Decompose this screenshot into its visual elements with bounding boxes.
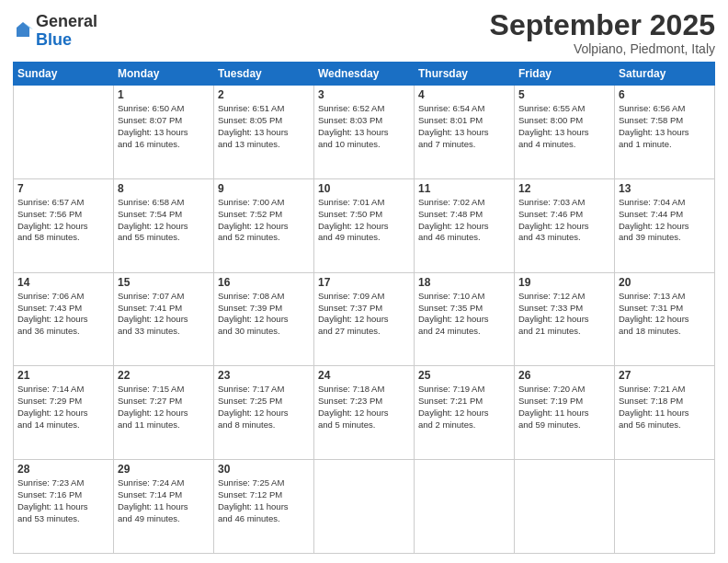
cell-details: Sunrise: 7:12 AMSunset: 7:33 PMDaylight:…	[518, 291, 610, 338]
cell-details: Sunrise: 7:03 AMSunset: 7:46 PMDaylight:…	[518, 197, 610, 244]
cell-details: Sunrise: 7:17 AMSunset: 7:25 PMDaylight:…	[218, 384, 310, 431]
calendar-cell: 27Sunrise: 7:21 AMSunset: 7:18 PMDayligh…	[615, 366, 715, 460]
calendar-week-row: 28Sunrise: 7:23 AMSunset: 7:16 PMDayligh…	[14, 460, 715, 554]
day-number: 1	[118, 88, 210, 101]
day-number: 19	[518, 276, 610, 289]
weekday-header-thursday: Thursday	[415, 63, 515, 86]
calendar-cell: 20Sunrise: 7:13 AMSunset: 7:31 PMDayligh…	[615, 272, 715, 366]
cell-details: Sunrise: 7:19 AMSunset: 7:21 PMDaylight:…	[418, 384, 510, 431]
calendar-cell	[14, 86, 114, 179]
calendar-cell: 26Sunrise: 7:20 AMSunset: 7:19 PMDayligh…	[515, 366, 615, 460]
title-block: September 2025 Volpiano, Piedmont, Italy	[490, 9, 715, 56]
cell-details: Sunrise: 7:02 AMSunset: 7:48 PMDaylight:…	[418, 197, 510, 244]
weekday-header-tuesday: Tuesday	[214, 63, 314, 86]
day-number: 14	[17, 276, 109, 289]
day-number: 29	[118, 463, 210, 476]
cell-details: Sunrise: 6:50 AMSunset: 8:07 PMDaylight:…	[118, 103, 210, 150]
day-number: 22	[118, 369, 210, 382]
calendar-cell: 15Sunrise: 7:07 AMSunset: 7:41 PMDayligh…	[114, 272, 214, 366]
cell-details: Sunrise: 7:07 AMSunset: 7:41 PMDaylight:…	[118, 291, 210, 338]
calendar-week-row: 7Sunrise: 6:57 AMSunset: 7:56 PMDaylight…	[14, 178, 715, 272]
location-subtitle: Volpiano, Piedmont, Italy	[490, 41, 715, 56]
calendar-cell: 5Sunrise: 6:55 AMSunset: 8:00 PMDaylight…	[515, 86, 615, 179]
calendar-cell: 7Sunrise: 6:57 AMSunset: 7:56 PMDaylight…	[14, 178, 114, 272]
day-number: 7	[17, 182, 109, 195]
cell-details: Sunrise: 6:58 AMSunset: 7:54 PMDaylight:…	[118, 197, 210, 244]
cell-details: Sunrise: 6:55 AMSunset: 8:00 PMDaylight:…	[518, 103, 610, 150]
logo-icon	[13, 20, 33, 40]
logo-text: General Blue	[36, 13, 97, 50]
calendar-cell: 3Sunrise: 6:52 AMSunset: 8:03 PMDaylight…	[314, 86, 415, 179]
cell-details: Sunrise: 7:08 AMSunset: 7:39 PMDaylight:…	[218, 291, 310, 338]
calendar-cell: 30Sunrise: 7:25 AMSunset: 7:12 PMDayligh…	[214, 460, 314, 554]
cell-details: Sunrise: 6:56 AMSunset: 7:58 PMDaylight:…	[619, 103, 711, 150]
calendar-cell: 12Sunrise: 7:03 AMSunset: 7:46 PMDayligh…	[515, 178, 615, 272]
calendar-cell: 10Sunrise: 7:01 AMSunset: 7:50 PMDayligh…	[314, 178, 415, 272]
day-number: 11	[418, 182, 510, 195]
day-number: 5	[518, 88, 610, 101]
calendar-cell: 13Sunrise: 7:04 AMSunset: 7:44 PMDayligh…	[615, 178, 715, 272]
day-number: 6	[619, 88, 711, 101]
day-number: 4	[418, 88, 510, 101]
calendar-cell: 29Sunrise: 7:24 AMSunset: 7:14 PMDayligh…	[114, 460, 214, 554]
cell-details: Sunrise: 7:09 AMSunset: 7:37 PMDaylight:…	[318, 291, 410, 338]
calendar-cell: 6Sunrise: 6:56 AMSunset: 7:58 PMDaylight…	[615, 86, 715, 179]
day-number: 9	[218, 182, 310, 195]
cell-details: Sunrise: 7:25 AMSunset: 7:12 PMDaylight:…	[218, 477, 310, 524]
calendar-cell: 17Sunrise: 7:09 AMSunset: 7:37 PMDayligh…	[314, 272, 415, 366]
day-number: 27	[619, 369, 711, 382]
calendar-cell: 9Sunrise: 7:00 AMSunset: 7:52 PMDaylight…	[214, 178, 314, 272]
cell-details: Sunrise: 7:18 AMSunset: 7:23 PMDaylight:…	[318, 384, 410, 431]
calendar-cell: 19Sunrise: 7:12 AMSunset: 7:33 PMDayligh…	[515, 272, 615, 366]
day-number: 18	[418, 276, 510, 289]
day-number: 20	[619, 276, 711, 289]
day-number: 13	[619, 182, 711, 195]
calendar-table: SundayMondayTuesdayWednesdayThursdayFrid…	[13, 62, 715, 554]
calendar-cell: 1Sunrise: 6:50 AMSunset: 8:07 PMDaylight…	[114, 86, 214, 179]
cell-details: Sunrise: 6:54 AMSunset: 8:01 PMDaylight:…	[418, 103, 510, 150]
day-number: 16	[218, 276, 310, 289]
calendar-cell: 22Sunrise: 7:15 AMSunset: 7:27 PMDayligh…	[114, 366, 214, 460]
calendar-cell: 4Sunrise: 6:54 AMSunset: 8:01 PMDaylight…	[415, 86, 515, 179]
cell-details: Sunrise: 7:20 AMSunset: 7:19 PMDaylight:…	[518, 384, 610, 431]
calendar-week-row: 21Sunrise: 7:14 AMSunset: 7:29 PMDayligh…	[14, 366, 715, 460]
cell-details: Sunrise: 6:52 AMSunset: 8:03 PMDaylight:…	[318, 103, 410, 150]
calendar-cell: 28Sunrise: 7:23 AMSunset: 7:16 PMDayligh…	[14, 460, 114, 554]
cell-details: Sunrise: 7:23 AMSunset: 7:16 PMDaylight:…	[17, 477, 109, 524]
cell-details: Sunrise: 6:51 AMSunset: 8:05 PMDaylight:…	[218, 103, 310, 150]
calendar-cell	[615, 460, 715, 554]
day-number: 23	[218, 369, 310, 382]
logo-general-text: General	[36, 13, 97, 31]
calendar-cell: 24Sunrise: 7:18 AMSunset: 7:23 PMDayligh…	[314, 366, 415, 460]
weekday-header-sunday: Sunday	[14, 63, 114, 86]
day-number: 17	[318, 276, 410, 289]
day-number: 28	[17, 463, 109, 476]
cell-details: Sunrise: 7:15 AMSunset: 7:27 PMDaylight:…	[118, 384, 210, 431]
cell-details: Sunrise: 7:10 AMSunset: 7:35 PMDaylight:…	[418, 291, 510, 338]
calendar-cell	[515, 460, 615, 554]
calendar-cell: 14Sunrise: 7:06 AMSunset: 7:43 PMDayligh…	[14, 272, 114, 366]
month-title: September 2025	[490, 9, 715, 41]
cell-details: Sunrise: 7:04 AMSunset: 7:44 PMDaylight:…	[619, 197, 711, 244]
header: General Blue September 2025 Volpiano, Pi…	[13, 9, 715, 56]
calendar-cell: 18Sunrise: 7:10 AMSunset: 7:35 PMDayligh…	[415, 272, 515, 366]
cell-details: Sunrise: 6:57 AMSunset: 7:56 PMDaylight:…	[17, 197, 109, 244]
day-number: 30	[218, 463, 310, 476]
cell-details: Sunrise: 7:01 AMSunset: 7:50 PMDaylight:…	[318, 197, 410, 244]
cell-details: Sunrise: 7:06 AMSunset: 7:43 PMDaylight:…	[17, 291, 109, 338]
logo-blue-text: Blue	[36, 31, 97, 50]
calendar-cell	[314, 460, 415, 554]
calendar-week-row: 1Sunrise: 6:50 AMSunset: 8:07 PMDaylight…	[14, 86, 715, 179]
cell-details: Sunrise: 7:21 AMSunset: 7:18 PMDaylight:…	[619, 384, 711, 431]
logo: General Blue	[13, 13, 97, 50]
day-number: 26	[518, 369, 610, 382]
calendar-week-row: 14Sunrise: 7:06 AMSunset: 7:43 PMDayligh…	[14, 272, 715, 366]
day-number: 2	[218, 88, 310, 101]
calendar-cell: 2Sunrise: 6:51 AMSunset: 8:05 PMDaylight…	[214, 86, 314, 179]
calendar-cell: 8Sunrise: 6:58 AMSunset: 7:54 PMDaylight…	[114, 178, 214, 272]
day-number: 15	[118, 276, 210, 289]
cell-details: Sunrise: 7:00 AMSunset: 7:52 PMDaylight:…	[218, 197, 310, 244]
cell-details: Sunrise: 7:14 AMSunset: 7:29 PMDaylight:…	[17, 384, 109, 431]
day-number: 8	[118, 182, 210, 195]
calendar-cell: 21Sunrise: 7:14 AMSunset: 7:29 PMDayligh…	[14, 366, 114, 460]
